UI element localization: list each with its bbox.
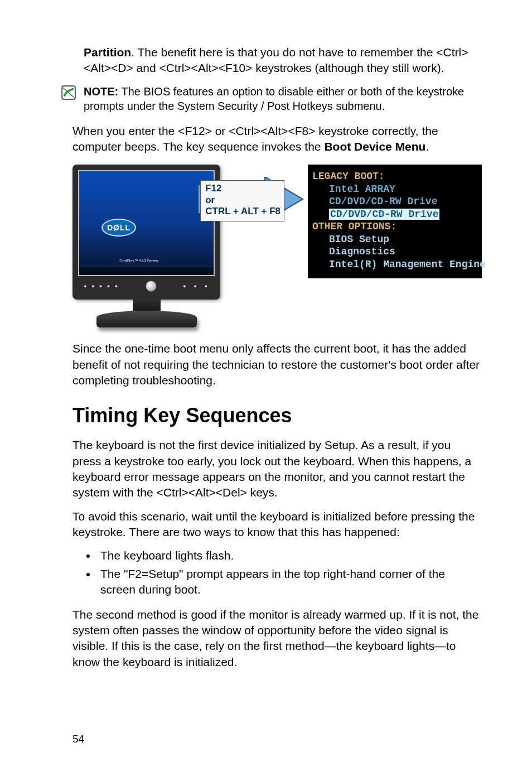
enter-bold: Boot Device Menu	[324, 140, 425, 153]
note-body: The BIOS features an option to disable e…	[84, 85, 464, 112]
bezel-button	[146, 281, 157, 292]
key-combo: CTRL + ALT + F8	[205, 206, 280, 217]
legacy-boot-title: LEGACY BOOT:	[312, 170, 480, 183]
bezel-dots-left: ● ● ● ● ●	[84, 283, 119, 289]
key-or: or	[205, 195, 280, 206]
enter-post: .	[425, 140, 429, 153]
figure-row: DØLL OptiPlex™ 960 Series ● ● ● ● ● ● ● …	[72, 165, 482, 325]
boot-opt-intel-me: Intel(R) Management Engine	[312, 258, 480, 271]
note-text: NOTE: The BIOS features an option to dis…	[84, 84, 482, 113]
boot-item-cd1: CD/DVD/CD-RW Drive	[312, 195, 480, 208]
bullet-2: The "F2=Setup" prompt appears in the top…	[97, 566, 482, 598]
boot-item-cd2: CD/DVD/CD-RW Drive	[312, 208, 480, 221]
note-block: NOTE: The BIOS features an option to dis…	[72, 84, 482, 113]
keystroke-label-box: F12 or CTRL + ALT + F8	[200, 180, 284, 221]
key-f12: F12	[205, 183, 280, 194]
arrow-with-label: F12 or CTRL + ALT + F8	[198, 177, 308, 224]
bezel-dots-right: ● ● ●	[183, 283, 209, 289]
page-number: 54	[72, 733, 84, 745]
boot-item-intel-array: Intel ARRAY	[312, 183, 480, 196]
bullet-1: The keyboard lights flash.	[97, 548, 482, 563]
partition-text: . The benefit here is that you do not ha…	[84, 46, 468, 74]
boot-opt-bios: BIOS Setup	[312, 233, 480, 246]
note-icon	[61, 85, 76, 100]
timing-para1: The keyboard is not the first device ini…	[72, 437, 482, 500]
partition-label: Partition	[84, 46, 131, 59]
other-options-title: OTHER OPTIONS:	[312, 220, 480, 233]
timing-para3: The second method is good if the monitor…	[72, 607, 482, 670]
enter-paragraph: When you enter the <F12> or <Ctrl><Alt><…	[72, 123, 482, 155]
after-figure-paragraph: Since the one-time boot menu only affect…	[72, 341, 482, 388]
partition-paragraph: Partition. The benefit here is that you …	[72, 45, 482, 76]
section-heading: Timing Key Sequences	[72, 404, 482, 427]
note-label: NOTE:	[84, 85, 118, 98]
timing-para2: To avoid this scenario, wait until the k…	[72, 509, 482, 541]
boot-opt-diag: Diagnostics	[312, 245, 480, 258]
boot-device-menu: LEGACY BOOT: Intel ARRAY CD/DVD/CD-RW Dr…	[308, 165, 482, 278]
screen-model-text: OptiPlex™ 960 Series	[119, 259, 158, 263]
bullet-list: The keyboard lights flash. The "F2=Setup…	[72, 548, 482, 597]
dell-logo: DØLL	[101, 219, 136, 237]
boot-item-highlight: CD/DVD/CD-RW Drive	[329, 209, 439, 220]
